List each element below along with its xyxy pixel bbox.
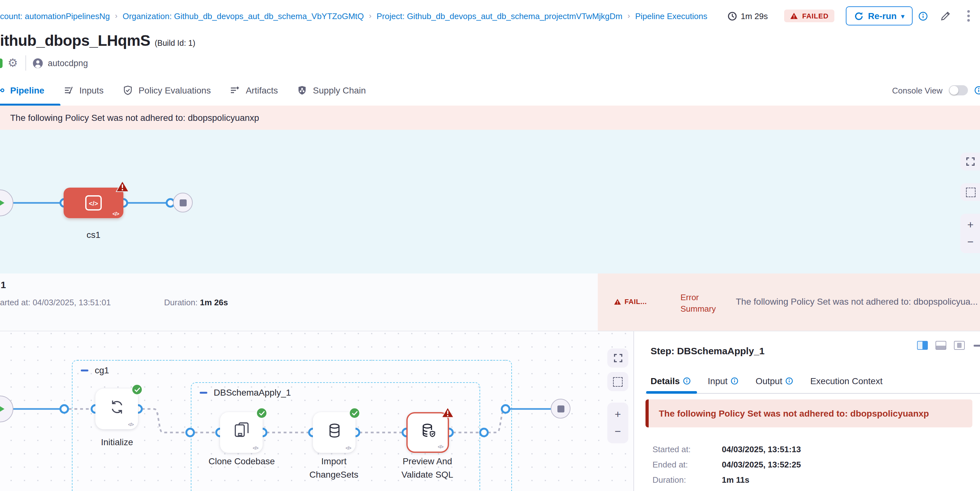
info-button[interactable] <box>918 11 928 21</box>
stage-node-cs1[interactable]: </> </> <box>64 188 123 218</box>
warning-triangle-icon <box>790 12 799 20</box>
end-node <box>551 399 570 418</box>
step-label-clone-codebase: Clone Codebase <box>207 455 277 468</box>
step-node-import-changesets[interactable]: </> <box>313 412 355 453</box>
gear-icon[interactable]: ⚙ <box>8 57 18 69</box>
chevron-down-icon: ▾ <box>901 13 904 19</box>
group-cg1-name: cg1 <box>95 365 109 375</box>
stage-graph-canvas[interactable]: </> </> cs1 + − <box>0 130 980 273</box>
top-bar: count: automationPipelinesNg › Organizat… <box>0 0 980 32</box>
step-label-preview-validate-sql: Preview And Validate SQL <box>392 455 462 481</box>
breadcrumb-account[interactable]: count: automationPipelinesNg <box>0 11 110 21</box>
code-glyph: </> <box>113 211 119 217</box>
detail-value: 04/03/2025, 13:52:25 <box>722 460 801 470</box>
marquee-icon <box>613 377 623 386</box>
detail-label: Duration: <box>652 475 722 485</box>
edit-pipeline-button[interactable] <box>940 11 951 21</box>
step-node-clone-codebase[interactable]: </> <box>220 412 262 453</box>
step-label-import-changesets: Import ChangeSets <box>299 455 369 481</box>
stage-node-label: cs1 <box>64 230 123 240</box>
layout-right-split-button[interactable] <box>917 341 928 350</box>
tab-supply-chain-label: Supply Chain <box>313 85 366 95</box>
failed-warning-badge <box>116 181 129 192</box>
stage-summary-bar: 1 arted at: 04/03/2025, 13:51:01 Duratio… <box>0 273 980 331</box>
failed-warning-badge <box>441 407 454 418</box>
fullscreen-icon <box>966 157 975 166</box>
collapse-group-icon[interactable] <box>200 391 207 393</box>
status-sliver <box>0 58 3 68</box>
custom-stage-icon: </> <box>83 193 104 213</box>
triggered-by-user: autocdpng <box>32 57 88 68</box>
marquee-select-button[interactable] <box>960 183 980 201</box>
clone-codebase-icon <box>232 421 250 440</box>
tab-input-label: Input <box>708 376 727 386</box>
minimize-panel-button[interactable] <box>974 345 980 346</box>
zoom-in-button[interactable]: + <box>615 409 621 420</box>
tab-inputs[interactable]: Inputs <box>63 85 103 95</box>
tab-supply-chain[interactable]: Supply Chain <box>297 85 366 95</box>
inputs-icon <box>63 85 73 95</box>
end-node <box>173 193 193 213</box>
breadcrumb-project[interactable]: Project: Github_db_devops_aut_db_schema_… <box>377 11 622 21</box>
tab-input[interactable]: Input <box>708 376 738 386</box>
top-bar-actions: 1m 29s FAILED Re-run ▾ <box>727 6 980 25</box>
tab-output[interactable]: Output <box>756 376 793 386</box>
collapse-group-icon[interactable] <box>81 369 88 371</box>
page-title: ithub_dbops_LHqmS <box>0 32 150 49</box>
layout-floating-button[interactable] <box>954 341 965 350</box>
detail-row-started: Started at: 04/03/2025, 13:51:13 <box>652 445 801 455</box>
layout-bottom-split-button[interactable] <box>935 341 946 350</box>
more-options-menu[interactable] <box>966 9 971 23</box>
zoom-in-button[interactable]: + <box>966 219 975 230</box>
success-check-badge <box>132 384 142 395</box>
console-view-toggle[interactable] <box>949 85 968 95</box>
info-icon <box>918 11 928 21</box>
tab-artifacts[interactable]: Artifacts <box>230 85 278 95</box>
info-icon <box>731 377 738 385</box>
tab-pipeline-label: Pipeline <box>10 85 44 95</box>
zoom-out-button[interactable]: − <box>615 426 621 437</box>
code-glyph: </> <box>128 422 134 427</box>
tab-policy-evaluations[interactable]: Policy Evaluations <box>123 85 211 95</box>
step-node-initialize[interactable]: </> <box>95 389 138 429</box>
breadcrumb-separator: › <box>369 11 371 21</box>
avatar-icon <box>32 57 43 68</box>
list-plus-icon <box>230 85 240 95</box>
breadcrumb-pipeline-executions[interactable]: Pipeline Executions <box>635 11 707 21</box>
database-icon <box>325 421 343 440</box>
info-icon <box>683 377 690 385</box>
status-badge-label: FAILED <box>802 12 829 20</box>
detail-label: Started at: <box>652 445 722 455</box>
play-icon <box>0 404 5 414</box>
step-label-initialize: Initialize <box>82 436 152 449</box>
breadcrumb-organization[interactable]: Organization: Github_db_devops_aut_db_sc… <box>123 11 364 21</box>
tab-execution-context[interactable]: Execution Context <box>810 376 882 386</box>
step-graph-canvas[interactable]: cg1 DBSchemaApply_1 </> Initialize <box>0 331 633 491</box>
pencil-icon <box>940 11 951 21</box>
elapsed-time-value: 1m 29s <box>741 11 768 21</box>
divider <box>25 55 26 71</box>
fullscreen-button[interactable] <box>960 153 980 170</box>
step-node-preview-validate-sql[interactable]: </> <box>406 412 449 453</box>
play-icon <box>0 198 5 208</box>
stage-duration: Duration: 1m 26s <box>164 298 228 307</box>
rerun-button[interactable]: Re-run ▾ <box>846 6 913 25</box>
step-error-text: The following Policy Set was not adhered… <box>649 408 929 418</box>
detail-row-duration: Duration: 1m 11s <box>652 475 801 485</box>
breadcrumb: count: automationPipelinesNg › Organizat… <box>0 11 707 21</box>
fullscreen-button[interactable] <box>607 348 628 368</box>
tab-details-label: Details <box>651 376 680 386</box>
tab-details[interactable]: Details <box>651 376 690 386</box>
zoom-out-button[interactable]: − <box>966 237 975 248</box>
info-icon <box>785 377 793 385</box>
tab-pipeline[interactable]: Pipeline <box>0 85 44 95</box>
policy-violation-banner: The following Policy Set was not adhered… <box>0 106 980 130</box>
tab-output-label: Output <box>756 376 782 386</box>
info-icon <box>974 86 980 95</box>
stop-icon <box>179 199 186 206</box>
code-glyph: </> <box>253 446 258 450</box>
breadcrumb-separator: › <box>627 11 630 21</box>
marquee-select-button[interactable] <box>607 372 628 391</box>
success-check-badge <box>349 408 360 418</box>
detail-value: 04/03/2025, 13:51:13 <box>722 445 801 455</box>
